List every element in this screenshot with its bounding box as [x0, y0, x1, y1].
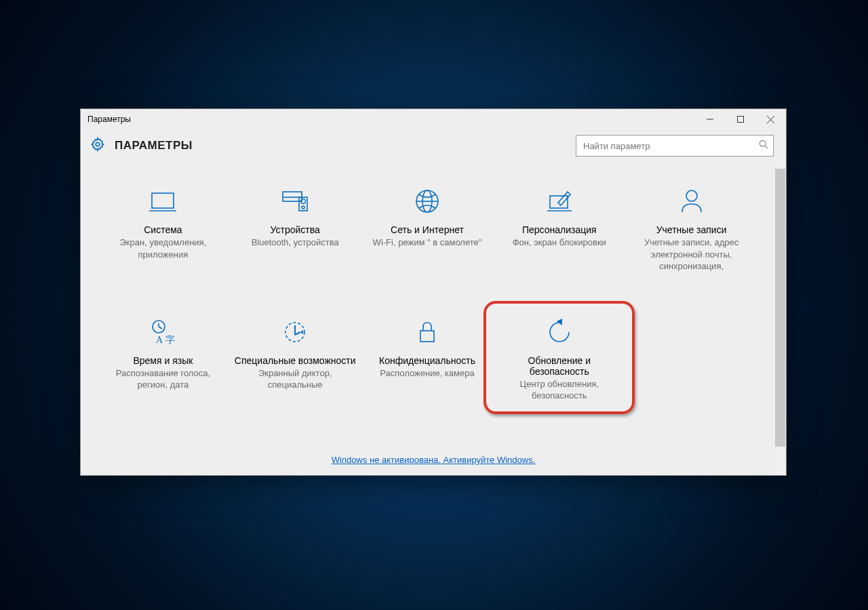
tile-title: Система — [144, 224, 182, 235]
minimize-button[interactable] — [694, 109, 725, 129]
person-icon — [675, 185, 708, 218]
page-title: ПАРАМЕТРЫ — [115, 139, 193, 152]
header: ПАРАМЕТРЫ — [81, 129, 786, 162]
globe-icon — [411, 185, 443, 218]
svg-point-4 — [96, 142, 100, 146]
close-button[interactable] — [755, 109, 786, 129]
scrollbar-thumb[interactable] — [775, 169, 785, 447]
lock-icon — [411, 316, 443, 348]
tile-title: Время и язык — [133, 355, 193, 366]
svg-point-5 — [760, 140, 766, 146]
close-icon — [767, 116, 774, 123]
tile-accounts[interactable]: Учетные записи Учетные записи, адрес эле… — [628, 182, 755, 275]
svg-line-22 — [159, 327, 162, 329]
svg-marker-28 — [557, 319, 562, 325]
search-icon — [754, 140, 773, 152]
svg-rect-27 — [420, 331, 434, 342]
svg-line-6 — [765, 146, 768, 148]
update-icon — [543, 316, 576, 348]
scrollbar[interactable] — [774, 162, 786, 475]
tile-privacy[interactable]: Конфиденциальность Расположение, камера — [364, 313, 491, 405]
tile-desc: Экран, уведомления, приложения — [101, 237, 225, 260]
tile-desc: Центр обновления, безопасность — [497, 378, 621, 402]
tile-desc: Учетные записи, адрес электронной почты,… — [629, 237, 753, 272]
settings-grid: Система Экран, уведомления, приложения У… — [100, 182, 755, 405]
footer: Windows не активирована. Активируйте Win… — [81, 453, 786, 466]
svg-point-13 — [302, 206, 304, 209]
minimize-icon — [707, 116, 713, 123]
tile-title: Учетные записи — [656, 224, 727, 235]
tile-ease-of-access[interactable]: Специальные возможности Экранный диктор,… — [232, 313, 359, 405]
settings-window: Параметры ПАРАМЕТРЫ — [80, 108, 787, 476]
devices-icon — [279, 185, 311, 218]
tile-devices[interactable]: Устройства Bluetooth, устройства — [232, 182, 359, 275]
tile-personalization[interactable]: Персонализация Фон, экран блокировки — [496, 182, 623, 275]
tile-network[interactable]: Сеть и Интернет Wi-Fi, режим " в самолет… — [364, 182, 491, 275]
svg-text:字: 字 — [165, 335, 175, 345]
maximize-button[interactable] — [725, 109, 755, 129]
tile-system[interactable]: Система Экран, уведомления, приложения — [100, 182, 226, 275]
maximize-icon — [737, 116, 744, 123]
titlebar[interactable]: Параметры — [81, 109, 786, 129]
svg-point-19 — [686, 190, 697, 201]
tile-title: Конфиденциальность — [379, 355, 475, 366]
tile-title: Обновление и безопасность — [497, 355, 621, 377]
svg-text:A: A — [156, 335, 163, 345]
tile-title: Персонализация — [522, 224, 597, 235]
search-box[interactable] — [576, 135, 774, 157]
ease-icon — [279, 316, 311, 348]
tile-desc: Bluetooth, устройства — [252, 237, 339, 249]
tile-desc: Распознавание голоса, регион, дата — [101, 367, 225, 391]
display-icon — [146, 185, 179, 218]
paint-icon — [543, 185, 576, 218]
svg-rect-7 — [152, 193, 174, 208]
tile-time-language[interactable]: A 字 Время и язык Распознавание голоса, р… — [100, 313, 226, 405]
window-title: Параметры — [87, 115, 131, 124]
svg-marker-26 — [300, 330, 303, 334]
tile-title: Специальные возможности — [235, 355, 356, 366]
tile-desc: Расположение, камера — [380, 367, 474, 380]
svg-rect-1 — [737, 117, 743, 123]
gear-icon — [90, 137, 105, 155]
tile-update-security[interactable]: Обновление и безопасность Центр обновлен… — [496, 313, 623, 405]
tile-title: Устройства — [271, 224, 320, 235]
window-buttons — [694, 109, 786, 129]
tile-desc: Wi-Fi, режим " в самолете" — [373, 237, 482, 249]
time-lang-icon: A 字 — [146, 316, 179, 348]
tile-title: Сеть и Интернет — [391, 224, 464, 235]
search-input[interactable] — [576, 141, 754, 151]
activation-link[interactable]: Windows не активирована. Активируйте Win… — [332, 455, 536, 465]
tile-desc: Экранный диктор, специальные — [233, 367, 357, 391]
tile-desc: Фон, экран блокировки — [513, 237, 606, 249]
content: Система Экран, уведомления, приложения У… — [81, 162, 786, 475]
